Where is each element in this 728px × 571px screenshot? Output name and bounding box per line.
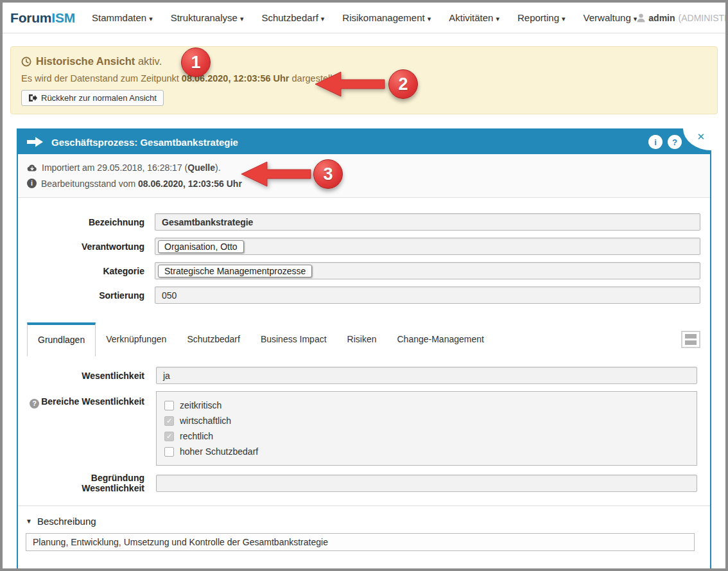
verantwortung-label: Verantwortung	[27, 242, 146, 252]
help-button[interactable]: ?	[668, 135, 682, 149]
process-form: Bezeichnung Gesamtbankstrategie Verantwo…	[18, 198, 710, 313]
annotation-badge-2: 2	[388, 69, 418, 99]
bezeichnung-label: Bezeichnung	[27, 217, 146, 227]
checkbox-zeitkritisch[interactable]	[164, 401, 174, 410]
user-icon	[637, 13, 645, 22]
menu-aktivitaeten[interactable]: Aktivitäten▾	[449, 12, 499, 23]
arrow-right-icon	[27, 136, 44, 148]
kategorie-label: Kategorie	[27, 266, 146, 276]
info-icon: i	[654, 137, 657, 147]
form-row-verantwortung: Verantwortung Organisation, Otto	[27, 238, 700, 255]
app-logo[interactable]: ForumISM	[10, 10, 75, 26]
edit-state-timestamp: 08.06.2020, 12:03:56 Uhr	[138, 179, 242, 189]
bereiche-label: ?Bereiche Wesentlichkeit	[27, 391, 146, 409]
menu-reporting[interactable]: Reporting▾	[517, 12, 566, 23]
app-window: ForumISM Stammdaten▾ Strukturanalyse▾ Sc…	[0, 0, 728, 571]
alert-title: Historische Ansicht aktiv.	[21, 55, 707, 67]
check-icon: ✓	[166, 432, 172, 441]
collapse-triangle-icon: ▼	[26, 518, 32, 525]
layout-toggle-icon[interactable]	[681, 331, 700, 348]
import-info-line: Importiert am 29.05.2018, 16:28:17 (Quel…	[27, 160, 701, 176]
top-navbar: ForumISM Stammdaten▾ Strukturanalyse▾ Sc…	[3, 3, 725, 33]
page-content: Historische Ansicht aktiv. Es wird der D…	[3, 33, 725, 571]
cloud-download-icon	[27, 164, 37, 171]
alert-title-text: Historische Ansicht aktiv.	[36, 55, 162, 67]
panel-header-actions: i ?	[648, 135, 682, 149]
chevron-down-icon: ▾	[149, 15, 153, 22]
menu-risikomanagement[interactable]: Risikomanagement▾	[342, 12, 431, 23]
checkbox-row-zeitkritisch: zeitkritisch	[164, 398, 689, 413]
navbar-right: admin (ADMINISTRATOR) ▾	[637, 7, 728, 29]
check-icon: ✓	[166, 417, 172, 425]
checkbox-wirtschaftlich[interactable]: ✓	[164, 416, 174, 426]
checkbox-label: wirtschaftlich	[180, 416, 231, 426]
checkbox-label: zeitkritisch	[180, 400, 221, 410]
tab-content-grundlagen: Wesentlichkeit ja ?Bereiche Wesentlichke…	[18, 356, 710, 493]
panel-close-button[interactable]: ✕	[683, 128, 711, 150]
return-to-normal-view-button[interactable]: Rückkehr zur normalen Ansicht	[21, 90, 164, 106]
checkbox-hoher-schutzbedarf[interactable]	[164, 447, 174, 457]
tab-verknuepfungen[interactable]: Verknüpfungen	[96, 322, 177, 356]
form-row-bezeichnung: Bezeichnung Gesamtbankstrategie	[27, 213, 700, 231]
wesentlichkeit-label: Wesentlichkeit	[27, 371, 146, 381]
checkbox-row-rechtlich: ✓ rechtlich	[164, 428, 689, 444]
close-icon: ✕	[697, 131, 705, 143]
checkbox-label: rechtlich	[180, 431, 213, 441]
section-divider	[18, 505, 710, 506]
sign-out-icon	[28, 94, 37, 102]
kategorie-chip[interactable]: Strategische Managementprozesse	[158, 265, 312, 277]
form-row-sortierung: Sortierung 050	[27, 286, 700, 304]
chevron-down-icon: ▾	[240, 15, 244, 22]
import-source-link[interactable]: Quelle	[187, 163, 215, 173]
verantwortung-chip[interactable]: Organisation, Otto	[158, 240, 244, 253]
begruendung-input[interactable]	[156, 475, 697, 492]
annotation-arrow-3	[240, 160, 312, 188]
annotation-badge-3: 3	[313, 159, 343, 189]
menu-stammdaten[interactable]: Stammdaten▾	[92, 12, 153, 23]
annotation-badge-1: 1	[181, 48, 211, 77]
verantwortung-field[interactable]: Organisation, Otto	[155, 238, 700, 255]
panel-meta: Importiert am 29.05.2018, 16:28:17 (Quel…	[18, 154, 710, 198]
brand-primary: Forum	[10, 10, 51, 25]
menu-strukturanalyse[interactable]: Strukturanalyse▾	[171, 12, 244, 23]
panel-header: Geschäftsprozess: Gesamtbankstrategie i …	[18, 130, 710, 154]
menu-verwaltung[interactable]: Verwaltung▾	[584, 12, 637, 23]
tab-grundlagen[interactable]: Grundlagen	[27, 322, 96, 356]
chevron-down-icon: ▾	[321, 15, 325, 22]
form-row-bereiche: ?Bereiche Wesentlichkeit zeitkritisch ✓ …	[27, 391, 697, 466]
user-name: admin	[648, 13, 675, 23]
kategorie-field[interactable]: Strategische Managementprozesse	[155, 262, 700, 279]
tab-risiken[interactable]: Risiken	[337, 322, 387, 356]
help-circle-icon[interactable]: ?	[30, 399, 39, 408]
user-role: (ADMINISTRATOR)	[679, 13, 728, 23]
wesentlichkeit-input[interactable]: ja	[156, 367, 697, 384]
help-icon: ?	[672, 137, 677, 147]
checkbox-label: hoher Schutzbedarf	[180, 446, 258, 457]
info-circle-icon: i	[27, 179, 37, 188]
tab-schutzbedarf[interactable]: Schutzbedarf	[177, 322, 250, 356]
info-button[interactable]: i	[648, 135, 663, 149]
beschreibung-section-toggle[interactable]: ▼ Beschreibung	[26, 516, 710, 527]
form-row-kategorie: Kategorie Strategische Managementprozess…	[27, 262, 700, 279]
bereiche-checkbox-group: zeitkritisch ✓ wirtschaftlich ✓ rechtlic…	[156, 391, 697, 466]
sortierung-input[interactable]: 050	[155, 286, 700, 304]
checkbox-row-wirtschaftlich: ✓ wirtschaftlich	[164, 413, 689, 428]
checkbox-row-hoher-schutzbedarf: hoher Schutzbedarf	[164, 444, 689, 459]
main-menu: Stammdaten▾ Strukturanalyse▾ Schutzbedar…	[92, 12, 637, 23]
tab-bar: Grundlagen Verknüpfungen Schutzbedarf Bu…	[27, 322, 700, 356]
chevron-down-icon: ▾	[496, 15, 499, 22]
edit-state-line: i Bearbeitungsstand vom 08.06.2020, 12:0…	[27, 176, 701, 192]
brand-accent: ISM	[51, 10, 75, 25]
beschreibung-text[interactable]: Planung, Entwicklung, Umsetzung und Kont…	[26, 533, 695, 551]
menu-schutzbedarf[interactable]: Schutzbedarf▾	[261, 12, 324, 23]
business-process-panel: Geschäftsprozess: Gesamtbankstrategie i …	[17, 128, 711, 571]
annotation-arrow-2	[314, 70, 386, 98]
user-menu[interactable]: admin (ADMINISTRATOR) ▾	[637, 13, 728, 23]
bezeichnung-input[interactable]: Gesamtbankstrategie	[155, 213, 700, 231]
beschreibung-header: Beschreibung	[37, 516, 96, 527]
tab-business-impact[interactable]: Business Impact	[250, 322, 337, 356]
chevron-down-icon: ▾	[428, 15, 431, 22]
tab-change-management[interactable]: Change-Management	[387, 322, 494, 356]
form-row-wesentlichkeit: Wesentlichkeit ja	[27, 367, 697, 384]
checkbox-rechtlich[interactable]: ✓	[164, 432, 174, 441]
